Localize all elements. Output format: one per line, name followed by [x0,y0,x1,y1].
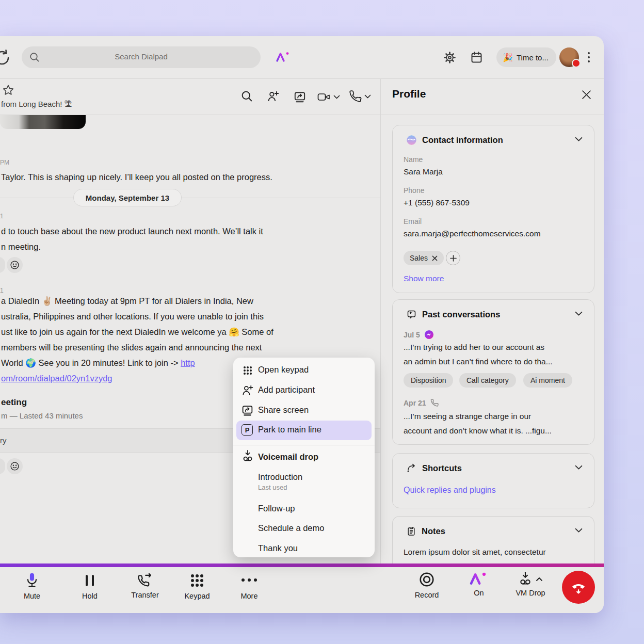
conversation-snippet-line[interactable]: ...I’m trying to add her to our account … [404,343,544,352]
call-button[interactable] [349,90,371,103]
ai-toggle-button[interactable]: On [462,571,495,597]
microphone-icon [24,572,40,589]
summary-label: ry [0,436,7,445]
menu-item-share-screen[interactable]: Share screen [258,405,309,415]
menu-item-introduction[interactable]: Introduction Last used [258,472,302,491]
menu-item-thank-you[interactable]: Thank you [258,543,298,553]
pane-divider [380,78,381,600]
chevron-down-icon[interactable] [575,311,583,316]
phone-label: Phone [404,186,424,195]
presence-dot [572,59,581,68]
overflow-menu-icon[interactable] [584,50,593,65]
conversation-date: Apr 21 [404,399,426,407]
notes-clipboard-icon [406,526,416,537]
transfer-button[interactable]: Transfer [128,571,162,599]
meeting-card-title: eeting [1,397,27,408]
record-button[interactable]: Record [410,571,443,599]
notes-title: Notes [422,526,445,536]
image-attachment-thumbnail[interactable] [0,115,86,129]
menu-item-add-participant[interactable]: Add participant [258,385,315,395]
search-input[interactable]: Search Dialpad [22,46,261,68]
past-conversations-title: Past conversations [422,310,500,319]
disposition-chip[interactable]: Disposition [404,373,453,388]
status-pill[interactable]: 🎉 Time to... [496,47,556,67]
conversation-snippet-line[interactable]: account and don’t know what it is. ...fi… [404,426,552,436]
tag-chip[interactable]: Sales [404,251,444,265]
favorite-star-icon[interactable] [2,84,15,97]
menu-item-schedule-a-demo[interactable]: Schedule a demo [258,523,324,533]
video-call-button[interactable] [317,91,340,103]
chevron-down-icon [364,94,371,99]
hold-button[interactable]: Hold [73,572,106,600]
desktop-background: Search Dialpad [0,0,644,644]
add-participant-header-icon[interactable] [266,90,280,103]
chevron-down-icon [333,95,340,100]
contact-name: Sara Marja [404,167,443,176]
menu-item-open-keypad[interactable]: Open keypad [258,365,309,375]
share-screen-header-icon[interactable] [293,90,307,104]
search-placeholder: Search Dialpad [22,52,261,61]
end-call-button[interactable] [562,571,595,604]
call-category-chip[interactable]: Call category [459,373,516,388]
mute-button[interactable]: Mute [15,572,49,600]
hang-up-icon [570,579,587,595]
notes-card: Notes Lorem ipsum dolor sit amet, consec… [392,516,594,564]
menu-item-voicemail-drop[interactable]: Voicemail drop [258,452,318,462]
ai-moment-chip[interactable]: Ai moment [523,373,572,388]
shortcuts-icon [406,463,417,474]
chat-message: Taylor. This is shaping up nicely. I’ll … [1,172,272,182]
more-button[interactable]: More [233,572,266,600]
shortcuts-card: Shortcuts Quick replies and plugins [392,453,594,508]
add-tag-button[interactable] [446,251,460,265]
calendar-icon[interactable] [470,51,484,65]
keypad-button[interactable]: Keypad [181,572,214,600]
menu-divider [233,445,375,445]
chevron-down-icon[interactable] [575,528,583,533]
conversation-date: Jul 5 [404,331,420,339]
dialpad-ai-logo-icon [276,51,291,63]
record-icon [418,571,435,588]
profile-title: Profile [392,88,426,100]
date-divider-pill: Monday, September 13 [73,189,182,206]
plus-icon [450,255,457,262]
more-dots-icon [233,572,266,588]
voicemail-drop-icon [242,449,254,463]
settings-gear-icon[interactable] [443,51,457,65]
contact-information-card: Contact information Name Sara Marja Phon… [392,125,594,293]
conversation-snippet-line[interactable]: ...I’m seeing a strange charge in our [404,412,531,421]
conversation-entry-meta: Apr 21 [404,399,439,407]
meeting-link[interactable]: http [181,358,195,367]
notes-body-line[interactable]: Lorem ipsum dolor sit amet, consectetur [404,548,546,557]
search-in-chat-icon[interactable] [240,90,253,103]
close-icon[interactable] [582,90,591,100]
chat-message-line: d to touch base about the new product la… [1,227,263,236]
park-icon: P [242,424,253,436]
menu-item-park-highlight[interactable]: P Park to main line [236,421,372,440]
chevron-down-icon[interactable] [575,465,583,470]
refresh-icon[interactable] [0,49,11,67]
remove-tag-icon[interactable] [432,255,438,261]
menu-item-park-to-main-line: Park to main line [258,425,321,434]
share-screen-icon [241,404,254,417]
conversation-snippet-line[interactable]: an admin but I can’t find where to do th… [404,357,553,366]
chat-message-line: ust like to join us again for the next D… [1,327,273,337]
reaction-pill[interactable] [0,257,5,273]
keypad-icon [190,573,204,588]
menu-item-follow-up[interactable]: Follow-up [258,504,295,513]
meeting-link[interactable]: om/room/dialpad/02yn1vzydg [1,374,112,383]
show-more-link[interactable]: Show more [404,274,444,283]
chevron-up-icon[interactable] [536,577,543,582]
keypad-icon [242,364,254,377]
add-reaction-button[interactable] [7,257,23,273]
transfer-call-icon [136,571,154,589]
message-timestamp: 1 [0,287,4,294]
reaction-pill[interactable] [0,458,5,474]
chat-message-line: n meeting. [1,242,41,252]
chevron-down-icon[interactable] [575,137,583,142]
dialpad-app-window: Search Dialpad [0,36,604,613]
last-used-hint: Last used [258,484,302,491]
add-reaction-button[interactable] [7,458,23,474]
quick-replies-link[interactable]: Quick replies and plugins [404,486,496,495]
dialpad-ai-logo-icon [469,571,489,587]
vm-drop-button[interactable]: VM Drop [508,571,553,597]
